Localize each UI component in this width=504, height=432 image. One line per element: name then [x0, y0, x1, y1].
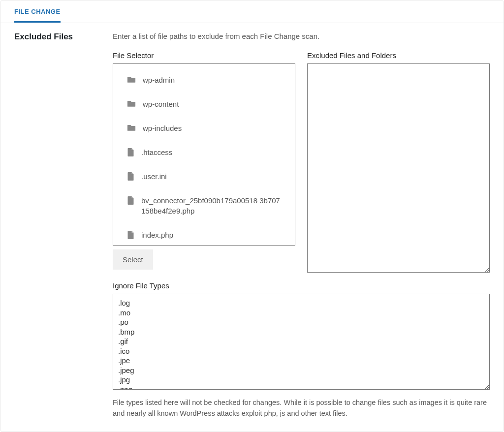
content-area: Excluded Files Enter a list of file path… [0, 23, 504, 428]
file-item-label: bv_connector_25bf090b179a00518 3b707158b… [141, 195, 281, 216]
file-item-label: wp-content [143, 99, 179, 109]
folder-icon [127, 100, 136, 107]
ignore-header: Ignore File Types [113, 281, 490, 290]
folder-icon [127, 124, 136, 131]
file-icon [127, 231, 134, 240]
ignore-help-text: File types listed here will not be check… [113, 398, 490, 419]
file-selector-list[interactable]: wp-adminwp-contentwp-includes.htaccess.u… [113, 63, 295, 246]
select-button[interactable]: Select [113, 249, 153, 270]
section-title: Excluded Files [14, 32, 98, 419]
excluded-header: Excluded Files and Folders [307, 51, 490, 60]
file-icon [127, 196, 134, 205]
file-icon [127, 148, 134, 157]
file-item[interactable]: bv_connector_25bf090b179a00518 3b707158b… [113, 188, 295, 223]
file-item[interactable]: index.php [113, 223, 295, 246]
file-item-label: wp-admin [143, 75, 175, 85]
tab-file-change[interactable]: FILE CHANGE [14, 0, 61, 23]
file-selector-header: File Selector [113, 51, 295, 60]
file-item[interactable]: wp-includes [113, 116, 295, 140]
file-item-label: .htaccess [141, 147, 172, 157]
excluded-list[interactable] [307, 63, 490, 273]
file-item[interactable]: wp-content [113, 92, 295, 116]
ignore-file-types-textarea[interactable] [113, 294, 490, 390]
file-item-label: .user.ini [141, 171, 167, 182]
folder-icon [127, 76, 136, 83]
file-item[interactable]: .user.ini [113, 164, 295, 188]
file-item-label: wp-includes [143, 123, 182, 133]
file-item[interactable]: .htaccess [113, 140, 295, 164]
section-description: Enter a list of file paths to exclude fr… [113, 32, 490, 40]
main-column: Enter a list of file paths to exclude fr… [113, 32, 490, 419]
file-icon [127, 172, 134, 181]
tab-bar: FILE CHANGE [0, 0, 504, 23]
file-item-label: index.php [141, 230, 173, 240]
file-item[interactable]: wp-admin [113, 68, 295, 92]
